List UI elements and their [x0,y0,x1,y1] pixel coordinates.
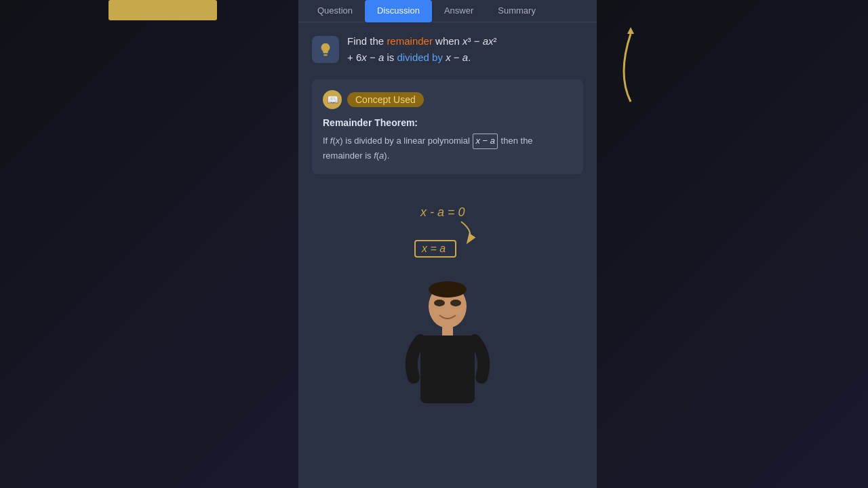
concept-header: 📖 Concept Used [323,90,572,109]
question-highlight-divided: divided by [397,52,443,63]
svg-point-7 [450,300,461,306]
teacher-figure [403,276,492,405]
question-mid2: + 6x − a is [347,52,397,63]
concept-section: 📖 Concept Used Remainder Theorem: If f(x… [312,79,583,174]
tab-summary[interactable]: Summary [486,0,548,22]
svg-rect-9 [420,336,475,403]
handwriting-area: x - a = 0 x = a [312,188,583,276]
right-panel [597,0,868,488]
question-row: Find the remainder when x³ − ax² + 6x − … [312,33,583,66]
tab-discussion[interactable]: Discussion [365,0,432,22]
theorem-title: Remainder Theorem: [323,117,572,128]
svg-point-6 [434,300,445,306]
question-mid1: when [435,35,462,47]
tabs-bar: Question Discussion Answer Summary [298,0,597,22]
left-panel [0,0,298,488]
svg-marker-10 [627,27,634,34]
question-mid3: x − a. [446,52,471,63]
concept-label: Concept Used [347,92,424,107]
teacher-area [312,276,583,405]
thumbnail [108,0,217,20]
main-content: Question Discussion Answer Summary Find … [298,0,597,488]
svg-point-5 [429,281,467,298]
book-icon: 📖 [323,90,342,109]
svg-text:x = a: x = a [421,243,446,254]
question-math: x³ − ax² [462,35,496,47]
tab-answer[interactable]: Answer [432,0,486,22]
question-highlight-remainder: remainder [387,35,433,47]
right-panel-bg [597,0,868,488]
handwriting-svg: x - a = 0 x = a [380,195,515,262]
svg-rect-8 [442,326,453,336]
boxed-term: x − a [473,134,498,149]
svg-text:x - a = 0: x - a = 0 [420,205,465,219]
teacher-svg [403,276,492,405]
question-text: Find the remainder when x³ − ax² + 6x − … [347,33,497,66]
question-prefix: Find the [347,35,387,47]
bulb-icon [312,36,339,63]
content-area: Find the remainder when x³ − ax² + 6x − … [298,22,597,488]
left-panel-bg [0,0,298,488]
theorem-prefix: If f(x) is divided by a linear polynomia… [323,136,472,146]
theorem-text: If f(x) is divided by a linear polynomia… [323,134,572,163]
arrow-decoration [604,27,658,108]
tab-question[interactable]: Question [305,0,365,22]
